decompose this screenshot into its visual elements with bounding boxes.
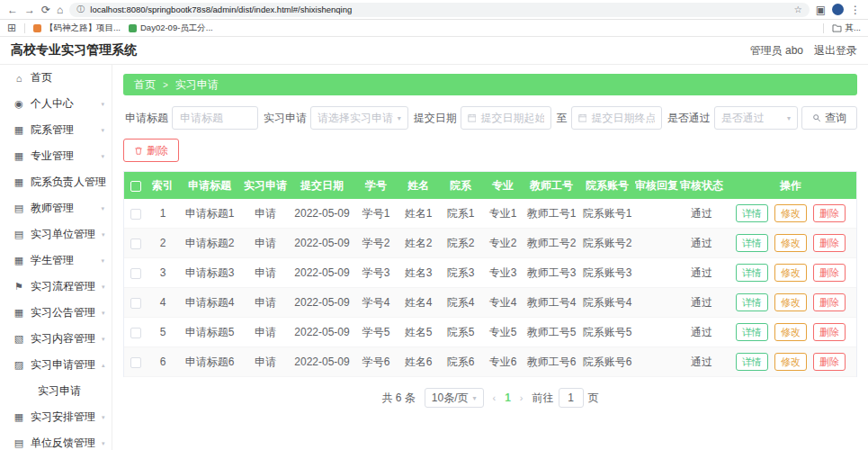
row-checkbox[interactable] (130, 298, 141, 309)
table-row: 6 申请标题6 申请 2022-05-09 学号6 姓名6 院系6 专业6 教师… (124, 347, 856, 377)
header-cell: 申请标题 (178, 178, 241, 194)
sidebar-item-internship-arrange-mgmt[interactable]: ▦ 实习安排管理 ▾ (0, 404, 112, 430)
detail-button[interactable]: 详情 (736, 234, 768, 252)
sidebar-item-personal-center[interactable]: ◉ 个人中心 ▾ (0, 91, 112, 117)
sidebar-item-label: 院系负责人管理 (31, 175, 106, 190)
edit-button[interactable]: 修改 (774, 323, 807, 341)
forward-icon[interactable]: → (24, 4, 35, 15)
address-bar[interactable]: ⓘ localhost:8080/springbootk78s8/admin/d… (69, 3, 809, 17)
detail-button[interactable]: 详情 (736, 264, 768, 282)
reload-icon[interactable]: ⟳ (41, 4, 50, 15)
sidebar-item-dept-leader-mgmt[interactable]: ▦ 院系负责人管理 ▾ (0, 169, 112, 195)
detail-button[interactable]: 详情 (736, 204, 768, 222)
cell-major: 专业6 (482, 355, 523, 370)
user-info: 管理员 abo (750, 43, 803, 58)
detail-button[interactable]: 详情 (736, 293, 768, 311)
sidebar-item-internship-content-mgmt[interactable]: ▧ 实习内容管理 ▾ (0, 326, 112, 352)
delete-row-button[interactable]: 删除 (813, 204, 846, 222)
delete-row-button[interactable]: 删除 (813, 234, 846, 252)
site-info-icon[interactable]: ⓘ (76, 4, 85, 15)
prev-page-button[interactable]: ‹ (493, 392, 497, 403)
sidebar-item-internship-apply-mgmt[interactable]: ▨ 实习申请管理 ▴ (0, 352, 112, 378)
date-end-input[interactable]: 提交日期终点 (571, 106, 662, 130)
cell-dept-account: 院系账号1 (579, 206, 635, 221)
delete-row-button[interactable]: 删除 (813, 264, 846, 282)
sidebar-item-label: 单位反馈管理 (31, 436, 95, 450)
other-bookmarks[interactable]: 其... (832, 22, 861, 34)
sidebar-item-home[interactable]: ⌂ 首页 (0, 65, 112, 91)
row-checkbox[interactable] (130, 268, 141, 279)
goto-page-input[interactable] (559, 388, 584, 408)
edit-button[interactable]: 修改 (774, 353, 807, 371)
apps-grid-icon[interactable]: ⊞ (7, 22, 16, 33)
sidebar-item-label: 实习单位管理 (31, 227, 95, 242)
row-checkbox[interactable] (130, 238, 141, 249)
cell-student-no: 学号1 (354, 206, 398, 221)
sidebar-item-major-mgmt[interactable]: ▦ 专业管理 ▾ (0, 143, 112, 169)
delete-row-button[interactable]: 删除 (813, 323, 846, 341)
chevron-down-icon: ▾ (101, 205, 104, 212)
list-icon: ▤ (13, 437, 24, 449)
sidebar-item-internship-apply[interactable]: 实习申请 (0, 378, 112, 404)
date-start-input[interactable]: 提交日期起始 (461, 106, 551, 130)
chevron-down-icon: ▾ (472, 394, 476, 402)
profile-avatar[interactable] (832, 4, 844, 15)
date-placeholder: 提交日期终点 (591, 111, 654, 126)
cell-date: 2022-05-09 (290, 266, 354, 279)
grid-icon: ▦ (13, 255, 24, 266)
current-page[interactable]: 1 (505, 392, 511, 404)
home-icon[interactable]: ⌂ (57, 4, 63, 15)
sidebar-item-student-mgmt[interactable]: ▦ 学生管理 ▾ (0, 248, 112, 274)
cell-major: 专业4 (482, 295, 523, 310)
detail-button[interactable]: 详情 (736, 323, 768, 341)
sidebar-item-unit-feedback-mgmt[interactable]: ▤ 单位反馈管理 ▾ (0, 430, 112, 450)
header-cell: 院系账号 (579, 178, 635, 194)
cell-status: 通过 (678, 206, 725, 221)
bookmark-item[interactable]: Day02-09-员工分... (129, 22, 213, 34)
sidebar-item-teacher-mgmt[interactable]: ▤ 教师管理 ▾ (0, 195, 112, 221)
cell-student-no: 学号5 (354, 325, 398, 340)
home-icon: ⌂ (13, 73, 24, 84)
cell-index: 6 (148, 356, 178, 368)
date-placeholder: 提交日期起始 (480, 111, 543, 126)
edit-button[interactable]: 修改 (774, 204, 807, 222)
edit-button[interactable]: 修改 (774, 234, 807, 252)
app-title: 高校专业实习管理系统 (11, 42, 137, 58)
page-size-select[interactable]: 10条/页 ▾ (425, 388, 484, 408)
delete-row-button[interactable]: 删除 (813, 293, 846, 311)
sidebar-item-internship-notice-mgmt[interactable]: ▦ 实习公告管理 ▾ (0, 300, 112, 326)
breadcrumb-home[interactable]: 首页 (134, 77, 156, 93)
sidebar-item-internship-process-mgmt[interactable]: ⚑ 实习流程管理 ▾ (0, 274, 112, 300)
header-user-area: 管理员 abo 退出登录 (750, 43, 857, 58)
table-row: 3 申请标题3 申请 2022-05-09 学号3 姓名3 院系3 专业3 教师… (124, 258, 856, 288)
bookmark-item[interactable]: 【码神之路】项目... (33, 22, 121, 34)
title-filter-input[interactable] (172, 106, 258, 130)
next-page-button[interactable]: › (520, 392, 523, 403)
select-all-checkbox[interactable] (130, 181, 141, 192)
bulk-delete-button[interactable]: 删除 (123, 139, 179, 162)
row-checkbox[interactable] (130, 357, 141, 368)
chevron-down-icon: ▾ (102, 336, 105, 343)
search-button[interactable]: 查询 (801, 106, 857, 130)
header-cell (124, 179, 148, 192)
cell-index: 3 (148, 266, 178, 279)
back-icon[interactable]: ← (7, 4, 18, 15)
main-layout: ⌂ 首页 ◉ 个人中心 ▾ ▦ 院系管理 ▾ ▦ 专业管理 ▾ ▦ 院系负责人管… (0, 65, 868, 450)
chevron-up-icon: ▴ (102, 362, 105, 369)
row-checkbox[interactable] (130, 328, 141, 338)
cell-name: 姓名4 (398, 295, 439, 310)
browser-menu-icon[interactable]: ⋮ (850, 4, 861, 15)
logout-link[interactable]: 退出登录 (814, 43, 857, 58)
bookmark-star-icon[interactable]: ☆ (794, 4, 802, 14)
apply-filter-select[interactable]: 请选择实习申请 ▾ (310, 106, 408, 130)
sidebar-item-internship-unit-mgmt[interactable]: ▤ 实习单位管理 ▾ (0, 221, 112, 248)
edit-button[interactable]: 修改 (774, 293, 807, 311)
extensions-icon[interactable]: ▣ (816, 4, 826, 15)
detail-button[interactable]: 详情 (736, 353, 768, 371)
pass-filter-select[interactable]: 是否通过 ▾ (714, 106, 798, 130)
edit-button[interactable]: 修改 (774, 264, 807, 282)
delete-row-button[interactable]: 删除 (813, 353, 846, 371)
row-checkbox[interactable] (130, 209, 141, 220)
sidebar-item-department-mgmt[interactable]: ▦ 院系管理 ▾ (0, 117, 112, 143)
chevron-down-icon: ▾ (102, 414, 105, 421)
